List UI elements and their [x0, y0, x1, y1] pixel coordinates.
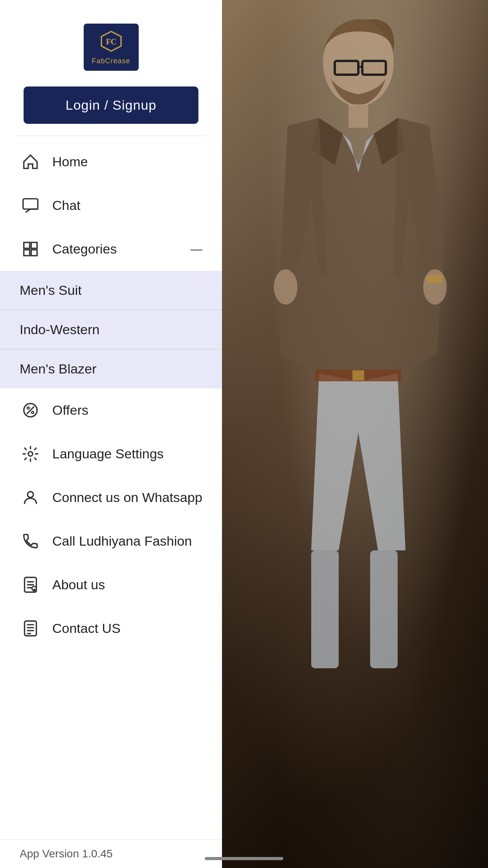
bottom-indicator-bar	[205, 857, 283, 860]
app-version-text: App Version 1.0.45	[20, 848, 113, 860]
menu-chat-label: Chat	[52, 198, 81, 213]
menu-about-label: About us	[52, 577, 105, 592]
logo-section: FC FabCrease	[0, 0, 222, 83]
svg-rect-17	[24, 250, 30, 256]
category-mens-suit[interactable]: Men's Suit	[0, 271, 222, 310]
menu-item-about[interactable]: i About us	[0, 563, 222, 607]
svg-text:FC: FC	[106, 37, 116, 46]
svg-rect-14	[23, 199, 38, 209]
menu-item-offers[interactable]: Offers	[0, 388, 222, 432]
menu-panel: FC FabCrease Login / Signup Home	[0, 0, 222, 868]
svg-rect-4	[349, 104, 368, 128]
settings-icon	[20, 443, 41, 465]
svg-point-23	[28, 452, 33, 456]
logo-box: FC FabCrease	[84, 24, 139, 71]
menu-whatsapp-label: Connect us on Whatsapp	[52, 490, 202, 505]
categories-icon	[20, 238, 41, 260]
menu-call-label: Call Ludhiyana Fashion	[52, 533, 192, 549]
home-icon	[20, 151, 41, 173]
category-indo-western[interactable]: Indo-Western	[0, 310, 222, 349]
svg-rect-6	[352, 370, 364, 381]
menu-items-container: Home Chat Categories	[0, 136, 222, 839]
offers-icon	[20, 399, 41, 421]
whatsapp-icon	[20, 487, 41, 508]
brand-name: FabCrease	[92, 57, 130, 65]
svg-point-21	[27, 407, 29, 409]
category-mens-blazer[interactable]: Men's Blazer	[0, 349, 222, 388]
categories-expanded: Men's Suit Indo-Western Men's Blazer	[0, 271, 222, 388]
contact-icon	[20, 618, 41, 639]
svg-point-24	[28, 492, 33, 498]
svg-rect-18	[31, 250, 37, 256]
svg-rect-15	[24, 243, 30, 248]
man-illustration	[256, 0, 453, 868]
menu-item-chat[interactable]: Chat	[0, 184, 222, 227]
menu-item-categories[interactable]: Categories —	[0, 227, 222, 271]
menu-language-label: Language Settings	[52, 446, 164, 462]
svg-rect-10	[311, 550, 339, 668]
chat-icon	[20, 195, 41, 216]
menu-item-call[interactable]: Call Ludhiyana Fashion	[0, 519, 222, 563]
login-signup-button[interactable]: Login / Signup	[24, 86, 198, 124]
menu-item-contact[interactable]: Contact US	[0, 607, 222, 650]
svg-line-20	[27, 406, 34, 414]
menu-item-whatsapp[interactable]: Connect us on Whatsapp	[0, 476, 222, 519]
menu-offers-label: Offers	[52, 403, 88, 418]
menu-home-label: Home	[52, 154, 88, 169]
svg-rect-16	[31, 243, 37, 248]
background-photo	[221, 0, 488, 868]
app-version-section: App Version 1.0.45	[0, 839, 222, 868]
svg-point-22	[31, 411, 34, 414]
logo-icon: FC	[99, 29, 123, 55]
about-icon: i	[20, 574, 41, 596]
svg-point-8	[423, 269, 447, 305]
svg-rect-11	[370, 550, 398, 668]
svg-rect-9	[427, 275, 443, 283]
menu-item-home[interactable]: Home	[0, 140, 222, 184]
menu-item-language-settings[interactable]: Language Settings	[0, 432, 222, 476]
svg-point-7	[274, 269, 297, 305]
menu-categories-label: Categories	[52, 241, 117, 257]
collapse-icon: —	[191, 243, 202, 256]
menu-contact-label: Contact US	[52, 621, 121, 636]
phone-icon	[20, 530, 41, 552]
login-section: Login / Signup	[0, 83, 222, 136]
